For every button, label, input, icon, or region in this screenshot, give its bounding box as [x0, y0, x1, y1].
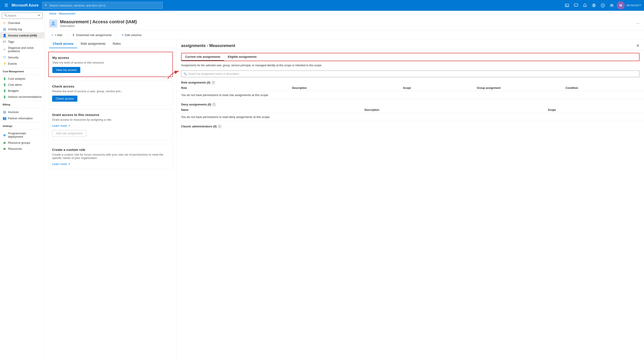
- right-panel-description: Assignments for the selected user, group…: [177, 64, 644, 69]
- sidebar-label-events: Events: [8, 62, 17, 65]
- content-split: Check access Role assignments Roles My a…: [45, 40, 644, 360]
- sidebar-item-cost-alerts[interactable]: 💲 Cost alerts: [0, 82, 44, 88]
- main-tabs: Check access Role assignments Roles: [45, 40, 176, 48]
- my-access-desc: View my level of access to this resource…: [52, 61, 169, 64]
- sidebar-item-cost-analysis[interactable]: 💲 Cost analysis: [0, 76, 44, 82]
- tab-role-assignments[interactable]: Role assignments: [77, 40, 109, 48]
- page-header-icon: [49, 20, 57, 28]
- tab-roles[interactable]: Roles: [109, 40, 124, 48]
- custom-role-card: Create a custom role Create a custom rol…: [48, 144, 173, 169]
- download-button[interactable]: ⬇ Download role assignments: [70, 33, 114, 38]
- partner-icon: 👥: [3, 116, 6, 120]
- add-button[interactable]: + + Add: [49, 32, 64, 38]
- sidebar-item-iam[interactable]: 👤 Access control (IAM): [0, 32, 44, 39]
- add-role-assignment-button: Add role assignment: [52, 130, 86, 137]
- billing-section-label: Billing: [0, 102, 44, 107]
- feedback-icon[interactable]: [572, 1, 580, 10]
- sidebar-divider-cm: [3, 75, 42, 75]
- sidebar-item-activity-log[interactable]: ▤ Activity log: [0, 26, 44, 32]
- svg-point-10: [613, 5, 614, 6]
- right-panel: assignments - Measurement ✕ Current role…: [177, 40, 644, 360]
- cloud-shell-icon[interactable]: [563, 1, 571, 10]
- sidebar-item-tags[interactable]: 🏷 Tags: [0, 39, 44, 45]
- sidebar-item-security[interactable]: 🛡 Security: [0, 54, 44, 60]
- invoices-icon: ▤: [3, 110, 6, 114]
- resources-icon: ▦: [3, 147, 6, 150]
- breadcrumb-measurement[interactable]: Measurement: [59, 12, 75, 15]
- top-nav: ☰ Microsoft Azure 🔍 Search resources, se…: [0, 0, 644, 11]
- svg-text:?: ?: [602, 4, 604, 7]
- col-deny-scope: Scope: [548, 108, 640, 111]
- sidebar-item-budgets[interactable]: 💲 Budgets: [0, 88, 44, 94]
- sidebar-label-tags: Tags: [8, 40, 14, 43]
- deny-assignments-header: Deny assignments (0) i: [177, 101, 644, 107]
- view-my-access-button[interactable]: View my access: [52, 67, 80, 73]
- classic-admins-info-icon[interactable]: i: [218, 125, 221, 128]
- panel-search-icon: 🔍: [184, 72, 187, 75]
- check-access-desc: Review the level of access a user, group…: [52, 90, 169, 93]
- collapse-icon[interactable]: ≪: [38, 14, 40, 17]
- help-icon[interactable]: ?: [599, 1, 607, 10]
- sidebar-item-resource-groups[interactable]: ▦ Resource groups: [0, 140, 44, 146]
- hamburger-menu[interactable]: ☰: [3, 2, 10, 9]
- cost-management-section-label: Cost Management: [0, 69, 44, 74]
- custom-role-desc: Create a custom role for Azure resources…: [52, 153, 169, 160]
- sidebar-label-security: Security: [8, 56, 18, 59]
- sidebar-item-invoices[interactable]: ▤ Invoices: [0, 109, 44, 115]
- right-panel-title: assignments - Measurement: [181, 43, 235, 48]
- right-tab-current[interactable]: Current role assignments: [182, 53, 224, 61]
- sidebar-label-resource-groups: Resource groups: [8, 141, 30, 144]
- sidebar-item-resources[interactable]: ▦ Resources: [0, 146, 44, 152]
- sidebar-item-advisor[interactable]: 💲 Advisor recommendations: [0, 94, 44, 100]
- sidebar-item-partner[interactable]: 👥 Partner information: [0, 115, 44, 121]
- grant-access-title: Grant access to this resource: [52, 113, 169, 117]
- page-title: Measurement | Access control (IAM): [60, 19, 137, 24]
- breadcrumb: Home › Measurement: [45, 11, 644, 17]
- activity-log-icon: ▤: [3, 27, 6, 31]
- edit-columns-button[interactable]: ≡ Edit columns: [120, 32, 144, 38]
- sidebar-label-cost-analysis: Cost analysis: [8, 77, 25, 80]
- close-button[interactable]: ✕: [636, 43, 640, 48]
- sidebar-item-overview[interactable]: ⊙ Overview: [0, 20, 44, 26]
- programmatic-icon: ▦: [3, 134, 6, 137]
- panel-search[interactable]: 🔍 Search by assignment name or descripti…: [181, 71, 640, 77]
- sidebar-item-diagnose[interactable]: ✧ Diagnose and solve problems: [0, 45, 44, 54]
- global-search-bar[interactable]: 🔍 Search resources, services, and docs (…: [42, 2, 163, 9]
- breadcrumb-home[interactable]: Home: [49, 12, 56, 15]
- custom-role-external-link-icon: ↗: [68, 162, 70, 166]
- svg-point-4: [593, 5, 594, 6]
- custom-role-learn-more[interactable]: Learn more ↗: [52, 162, 70, 166]
- deny-assignments-info-icon[interactable]: i: [212, 103, 216, 106]
- download-label: Download role assignments: [76, 33, 112, 37]
- tags-icon: 🏷: [3, 40, 6, 43]
- budgets-icon: 💲: [3, 89, 6, 92]
- col-group-assignment: Group assignment: [477, 86, 566, 90]
- add-label: + Add: [54, 33, 62, 37]
- sidebar-label-activity-log: Activity log: [8, 28, 22, 31]
- sidebar: 🔍 ≪ ⊙ Overview ▤ Activity log 👤 Access c…: [0, 11, 45, 360]
- directory-icon[interactable]: [608, 1, 616, 10]
- check-access-button[interactable]: Check access: [52, 96, 77, 102]
- advisor-icon: 💲: [3, 95, 6, 98]
- right-tab-eligible[interactable]: Eligible assignments: [224, 53, 260, 61]
- grant-access-learn-more[interactable]: Learn more ↗: [52, 124, 70, 127]
- page-header: Measurement | Access control (IAM) Subsc…: [45, 17, 644, 31]
- sidebar-item-events[interactable]: ⚡ Events: [0, 60, 44, 67]
- custom-role-title: Create a custom role: [52, 148, 169, 151]
- iam-icon: 👤: [3, 34, 6, 37]
- notifications-icon[interactable]: [581, 1, 589, 10]
- sidebar-item-programmatic[interactable]: ▦ Programmatic deployment: [0, 130, 44, 140]
- more-options-icon[interactable]: ⋯: [636, 21, 640, 26]
- settings-icon[interactable]: [590, 1, 598, 10]
- sidebar-label-cost-alerts: Cost alerts: [8, 83, 22, 86]
- check-access-card: Check access Review the level of access …: [48, 81, 173, 105]
- sidebar-label-partner: Partner information: [8, 117, 33, 120]
- tab-check-access[interactable]: Check access: [49, 40, 77, 48]
- user-avatar[interactable]: M: [617, 1, 625, 10]
- toolbar-sep-2: [117, 33, 117, 37]
- sidebar-search-input[interactable]: [2, 13, 43, 19]
- content-wrapper: Home › Measurement Measurement | Access …: [45, 11, 644, 360]
- page-subtitle: Subscription: [60, 24, 137, 28]
- app-logo: Microsoft Azure: [12, 3, 38, 8]
- role-assignments-info-icon[interactable]: i: [212, 81, 215, 84]
